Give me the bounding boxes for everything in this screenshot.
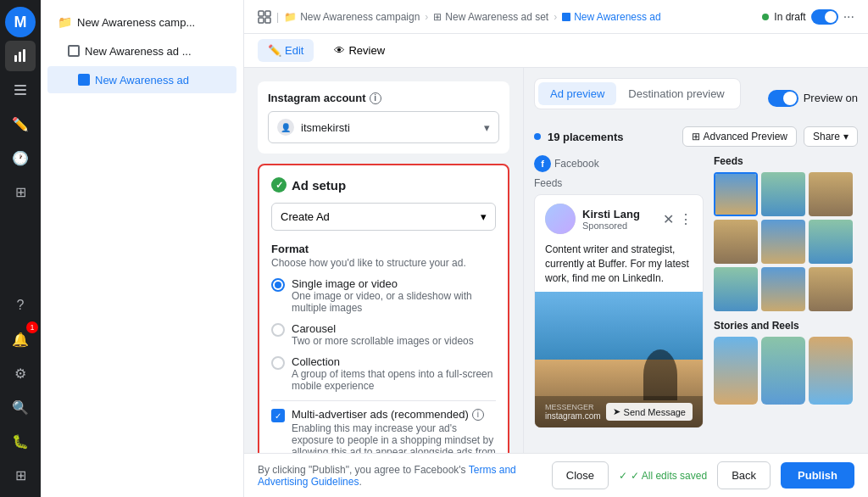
account-avatar: 👤 (277, 119, 294, 136)
thumb-item-9[interactable] (809, 267, 853, 311)
bc-ad-icon (562, 13, 570, 21)
edit-toolbar: ✏️ Edit 👁 Review (244, 34, 868, 68)
multi-advertiser-option[interactable]: Multi-advertiser ads (recommended) i Ena… (271, 400, 496, 453)
bc-campaign-label: New Awareness campaign (300, 11, 420, 23)
setup-complete-icon (271, 177, 287, 193)
edit-button[interactable]: ✏️ Edit (258, 39, 314, 62)
instagram-info-icon[interactable]: i (370, 92, 381, 104)
content-area: Instagram account i 👤 itsmekirsti ▾ Ad s… (244, 68, 868, 453)
layout-icon (258, 10, 271, 24)
dropdown-chevron-icon: ▾ (481, 210, 487, 223)
draft-status: In draft (762, 11, 805, 23)
feed-card-header: Kirsti Lang Sponsored ✕ ⋮ (535, 195, 703, 243)
multi-advertiser-checkbox[interactable] (271, 409, 285, 422)
more-icon[interactable]: ⋮ (679, 211, 693, 227)
sidebar-item-campaign[interactable]: 📁 New Awareness camp... ··· (47, 8, 236, 36)
story-thumb-1[interactable] (714, 337, 758, 405)
thumb-item-8[interactable] (761, 267, 805, 311)
nav-settings-icon[interactable]: ⚙ (5, 358, 36, 388)
multi-advertiser-desc: Enabling this may increase your ad's exp… (292, 422, 496, 453)
create-ad-dropdown[interactable]: Create Ad ▾ (271, 203, 496, 231)
thumb-row-3 (714, 267, 858, 311)
preview-thumbnails: Feeds (714, 155, 858, 438)
radio-carousel-icon[interactable] (271, 323, 285, 337)
sidebar-item-adset[interactable]: New Awareness ad ... ··· (47, 37, 236, 64)
publish-button[interactable]: Publish (781, 462, 854, 489)
nav-bug-icon[interactable]: 🐛 (5, 426, 36, 456)
thumb-item-3[interactable] (809, 172, 853, 216)
adset-icon (68, 45, 80, 57)
close-icon[interactable]: ✕ (663, 211, 674, 227)
svg-rect-0 (14, 55, 17, 62)
preview-tabs: Ad preview Destination preview (534, 78, 741, 109)
thumb-item-2[interactable] (761, 172, 805, 216)
send-icon: ➤ (613, 406, 620, 417)
form-panel: Instagram account i 👤 itsmekirsti ▾ Ad s… (244, 68, 524, 453)
thumb-item-6[interactable] (809, 220, 853, 264)
radio-carousel-desc: Two or more scrollable images or videos (292, 335, 474, 347)
back-button[interactable]: Back (717, 461, 771, 489)
advanced-preview-button[interactable]: ⊞ Advanced Preview (682, 126, 797, 147)
review-button[interactable]: 👁 Review (324, 39, 395, 62)
feed-sponsored-label: Sponsored (582, 221, 656, 231)
radio-collection-label: Collection (292, 355, 496, 368)
preview-toggle: Preview on (768, 90, 858, 107)
nav-pencil-icon[interactable]: ✏️ (5, 109, 36, 139)
svg-rect-6 (259, 11, 264, 16)
status-dot (762, 14, 769, 20)
radio-option-carousel[interactable]: Carousel Two or more scrollable images o… (271, 322, 496, 347)
radio-option-single[interactable]: Single image or video One image or video… (271, 277, 496, 314)
nav-menu-icon[interactable] (5, 75, 36, 105)
multi-advertiser-info-icon[interactable]: i (472, 409, 484, 421)
nav-help-icon[interactable]: ? (5, 290, 36, 321)
svg-rect-2 (23, 49, 25, 62)
tab-ad-preview[interactable]: Ad preview (538, 82, 616, 105)
bc-adset[interactable]: ⊞ New Awareness ad set (433, 11, 548, 23)
campaign-sidebar: 📁 New Awareness camp... ··· New Awarenes… (41, 0, 244, 497)
feed-image-overlay: MESSENGER instagram.com ➤ Send Message (535, 396, 703, 427)
nav-apps-icon[interactable]: ⊞ (5, 460, 36, 490)
thumb-item-1[interactable] (714, 172, 758, 216)
thumb-item-5[interactable] (761, 220, 805, 264)
tab-destination-preview[interactable]: Destination preview (616, 82, 736, 105)
nav-chart-icon[interactable] (5, 41, 36, 71)
breadcrumb-bar: | 📁 New Awareness campaign › ⊞ New Aware… (244, 0, 868, 34)
sidebar-item-ad[interactable]: New Awareness ad ··· (47, 66, 236, 93)
close-button[interactable]: Close (552, 461, 609, 489)
radio-single-icon[interactable] (271, 278, 285, 292)
bc-campaign[interactable]: 📁 New Awareness campaign (284, 11, 420, 23)
thumb-item-4[interactable] (714, 220, 758, 264)
stories-thumbs-label: Stories and Reels (714, 320, 858, 332)
facebook-feeds-section: f Facebook Feeds Kirsti Lang (534, 155, 704, 428)
saved-status: ✓ ✓ All edits saved (619, 470, 707, 482)
nav-search-icon[interactable]: 🔍 (5, 392, 36, 422)
radio-single-label: Single image or video (292, 277, 496, 290)
nav-clock-icon[interactable]: 🕐 (5, 142, 36, 173)
story-thumb-3[interactable] (809, 337, 853, 405)
bc-ad[interactable]: New Awareness ad (562, 11, 661, 23)
bottom-bar: By clicking "Publish", you agree to Face… (244, 453, 868, 497)
story-thumb-2[interactable] (761, 337, 805, 405)
edit-icon: ✏️ (268, 44, 281, 57)
more-options-icon[interactable]: ··· (843, 9, 854, 25)
nav-grid-icon[interactable]: ⊞ (5, 176, 36, 207)
radio-collection-icon[interactable] (271, 356, 285, 370)
share-button[interactable]: Share ▾ (804, 126, 858, 147)
format-subtitle: Choose how you'd like to structure your … (271, 257, 496, 269)
instagram-account-dropdown[interactable]: 👤 itsmekirsti ▾ (268, 111, 499, 143)
thumb-item-7[interactable] (714, 267, 758, 311)
preview-toggle-label: Preview on (804, 92, 858, 104)
messenger-url: instagram.com (545, 411, 601, 421)
status-toggle[interactable] (811, 9, 838, 25)
share-chevron-icon: ▾ (843, 131, 849, 142)
ad-setup-header: Ad setup (271, 177, 496, 193)
preview-toggle-switch[interactable] (768, 90, 798, 107)
thumb-row-1 (714, 172, 858, 216)
placements-dot (534, 133, 541, 140)
radio-option-collection[interactable]: Collection A group of items that opens i… (271, 355, 496, 392)
bc-layout-btn[interactable] (258, 10, 271, 24)
account-name: itsmekirsti (301, 121, 477, 134)
send-message-button[interactable]: ➤ Send Message (606, 403, 693, 421)
bc-folder-icon: 📁 (284, 11, 297, 23)
meta-logo[interactable]: M (5, 7, 36, 37)
